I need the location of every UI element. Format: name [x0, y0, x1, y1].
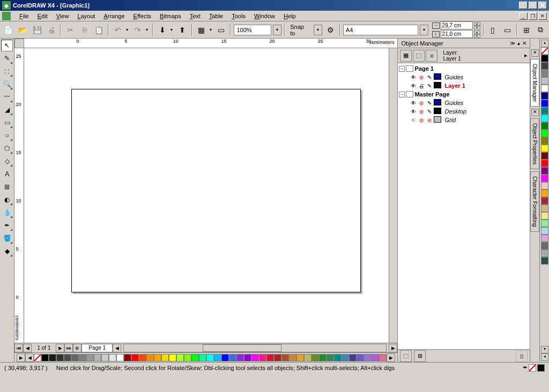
polygon-tool[interactable]: ⬠ [1, 142, 13, 154]
mdi-close-button[interactable]: ✕ [538, 12, 547, 20]
export-button[interactable]: ⬆ [176, 24, 189, 36]
color-swatch[interactable] [541, 62, 548, 70]
paper-size-dropdown[interactable]: ▾ [420, 25, 428, 35]
snap-dropdown[interactable]: ▾ [314, 25, 322, 35]
cut-button[interactable]: ✂ [64, 24, 77, 36]
editable-icon[interactable]: ✎ [426, 108, 433, 115]
welcome-button[interactable]: ▭ [215, 24, 228, 36]
color-swatch[interactable] [541, 152, 548, 160]
no-color-swatch[interactable] [541, 47, 548, 55]
horizontal-ruler[interactable]: 0 5 10 15 20 25 30 centimeters [14, 39, 397, 48]
color-swatch[interactable] [64, 354, 71, 361]
shape-tool[interactable]: ✎ [1, 52, 13, 64]
color-swatch[interactable] [541, 190, 548, 197]
color-swatch[interactable] [311, 354, 319, 361]
color-swatch[interactable] [541, 257, 548, 265]
color-swatch[interactable] [541, 175, 548, 182]
portrait-button[interactable]: ▯ [487, 24, 500, 36]
tree-expand-master[interactable]: − [399, 92, 405, 97]
printable-icon[interactable]: ⊘ [418, 108, 425, 115]
palette-play[interactable]: ▶ [17, 353, 25, 362]
visible-icon[interactable]: 👁 [410, 82, 417, 89]
menu-window[interactable]: Window [250, 12, 279, 20]
color-swatch[interactable] [184, 354, 191, 361]
app-launcher-dropdown[interactable]: ▾ [208, 27, 213, 32]
mdi-restore-button[interactable]: ❐ [529, 12, 537, 20]
undo-dropdown[interactable]: ▾ [124, 27, 130, 32]
color-swatch[interactable] [71, 354, 79, 361]
new-master-layer-button[interactable]: ⊞ [414, 350, 426, 362]
color-swatch[interactable] [94, 354, 101, 361]
editable-icon[interactable]: ⊘ [426, 116, 433, 124]
layer-color[interactable] [434, 82, 441, 88]
visible-icon[interactable]: 👁 [410, 108, 417, 115]
color-swatch[interactable] [124, 354, 131, 361]
options-button[interactable]: ⚙ [324, 24, 337, 36]
color-swatch[interactable] [541, 115, 548, 122]
color-swatch[interactable] [281, 354, 289, 361]
visible-icon[interactable]: 👁 [410, 116, 417, 124]
color-swatch[interactable] [541, 160, 548, 167]
width-up[interactable]: ▴ [474, 22, 480, 26]
edit-layers-button[interactable]: ⬚ [413, 50, 425, 62]
crop-tool[interactable]: ⸬ [1, 65, 13, 77]
color-swatch[interactable] [229, 354, 236, 361]
color-swatch[interactable] [334, 354, 342, 361]
ruler-origin[interactable] [14, 39, 24, 48]
color-swatch[interactable] [41, 354, 49, 361]
app-menu-icon[interactable] [2, 12, 11, 20]
color-swatch[interactable] [342, 354, 349, 361]
color-swatch[interactable] [541, 107, 548, 115]
hscroll-right[interactable]: ▶ [389, 344, 397, 352]
color-swatch[interactable] [541, 242, 548, 250]
outline-indicator[interactable] [537, 364, 545, 372]
color-swatch[interactable] [296, 354, 304, 361]
mdi-minimize-button[interactable]: _ [519, 12, 528, 20]
color-swatch[interactable] [541, 205, 548, 212]
printable-icon[interactable]: ⊘ [418, 116, 425, 124]
docker-close-x-2[interactable]: ✕ [531, 109, 539, 116]
drawing-area[interactable] [24, 48, 389, 343]
paper-size-input[interactable] [343, 25, 418, 35]
color-swatch[interactable] [541, 182, 548, 190]
page-height-input[interactable] [441, 30, 473, 38]
palette-flyout[interactable]: ◂ [541, 353, 548, 361]
docker-flyout-icon[interactable]: ≫ [510, 40, 515, 46]
layer-color[interactable] [434, 99, 441, 105]
menu-effects[interactable]: Effects [129, 12, 155, 20]
color-swatch[interactable] [116, 354, 124, 361]
ellipse-tool[interactable]: ○ [1, 130, 13, 141]
color-swatch[interactable] [372, 354, 379, 361]
page-width-input[interactable] [441, 21, 473, 29]
menu-text[interactable]: Text [186, 12, 205, 20]
color-swatch[interactable] [541, 70, 548, 77]
color-swatch[interactable] [349, 354, 357, 361]
pick-tool[interactable]: ↖ [1, 40, 13, 51]
color-swatch[interactable] [274, 354, 281, 361]
color-swatch[interactable] [319, 354, 327, 361]
menu-file[interactable]: File [15, 12, 33, 20]
delete-button[interactable]: 🗑 [516, 350, 528, 362]
add-page-button[interactable]: ⊕ [73, 344, 81, 352]
object-tree[interactable]: − Page 1 👁 ⊘ ✎ Guides 👁 🖨 ✎ [398, 63, 530, 349]
copy-button[interactable]: ⎘ [78, 24, 91, 36]
redo-button[interactable]: ↷ [131, 24, 144, 36]
color-swatch[interactable] [139, 354, 146, 361]
color-swatch[interactable] [244, 354, 251, 361]
editable-icon[interactable]: ✎ [426, 99, 433, 107]
color-swatch[interactable] [199, 354, 206, 361]
color-swatch[interactable] [541, 92, 548, 100]
color-swatch[interactable] [79, 354, 86, 361]
color-swatch[interactable] [541, 122, 548, 130]
menu-layout[interactable]: Layout [73, 12, 99, 20]
next-page-button[interactable]: ▶ [56, 344, 64, 352]
color-swatch[interactable] [266, 354, 274, 361]
color-swatch[interactable] [541, 250, 548, 257]
color-swatch[interactable] [364, 354, 372, 361]
color-swatch[interactable] [251, 354, 259, 361]
basic-shapes-tool[interactable]: ◇ [1, 155, 13, 167]
menu-edit[interactable]: Edit [33, 12, 52, 20]
color-swatch[interactable] [541, 227, 548, 235]
rectangle-tool[interactable]: ▭ [1, 117, 13, 129]
docker-close-x[interactable]: ✕ [531, 49, 539, 57]
